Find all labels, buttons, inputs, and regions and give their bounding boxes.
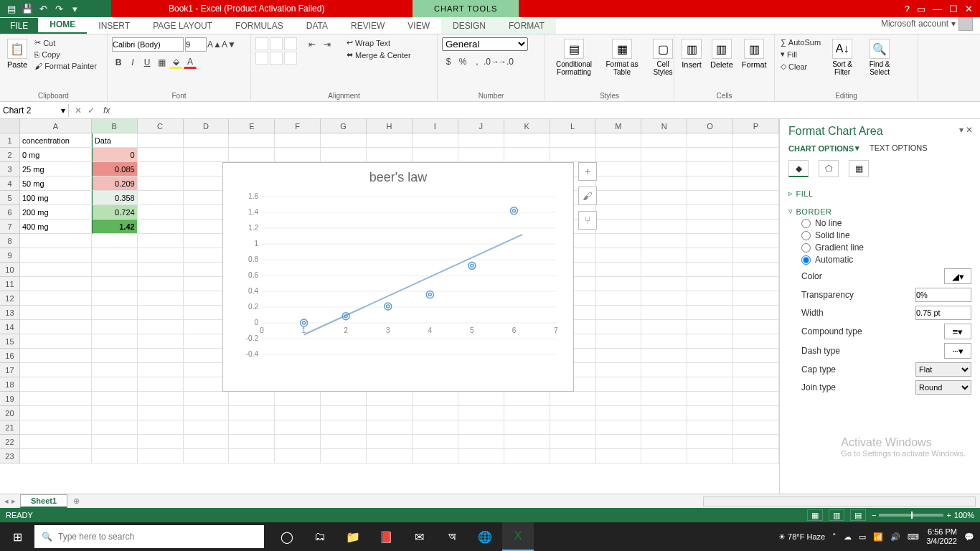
col-header[interactable]: K (504, 119, 550, 133)
col-header[interactable]: P (733, 119, 779, 133)
italic-button[interactable]: I (126, 56, 139, 69)
cell[interactable] (138, 420, 184, 435)
effects-icon[interactable]: ⬠ (819, 160, 839, 177)
wifi-icon[interactable]: 📶 (873, 532, 883, 542)
cell[interactable] (20, 291, 92, 306)
cell[interactable] (138, 220, 184, 234)
border-button[interactable]: ▦ (155, 56, 168, 69)
radio-gradient-line[interactable]: Gradient line (801, 242, 971, 253)
tab-home[interactable]: HOME (38, 17, 87, 34)
horizontal-scrollbar[interactable] (703, 496, 976, 507)
cell[interactable] (733, 363, 779, 377)
cell[interactable] (596, 420, 642, 435)
cell[interactable] (413, 420, 458, 435)
cell[interactable] (733, 191, 779, 205)
cell[interactable] (458, 133, 504, 148)
cell[interactable] (413, 406, 458, 420)
taskbar-app[interactable]: 📁 (337, 522, 369, 551)
cell[interactable] (275, 148, 321, 162)
cell[interactable] (275, 133, 321, 148)
cell[interactable] (229, 392, 275, 406)
cell[interactable] (229, 435, 275, 449)
row-header[interactable]: 23 (0, 449, 20, 463)
tab-design[interactable]: DESIGN (441, 18, 497, 34)
cell[interactable] (367, 133, 413, 148)
cell[interactable] (641, 133, 687, 148)
taskbar-app[interactable]: অ (436, 522, 468, 551)
underline-button[interactable]: U (141, 56, 154, 69)
wrap-text-button[interactable]: ↩Wrap Text (345, 37, 413, 48)
cell[interactable] (687, 148, 733, 162)
cell[interactable] (138, 191, 184, 205)
cell[interactable]: 0 (92, 148, 138, 162)
cell[interactable] (458, 449, 504, 463)
row-header[interactable]: 20 (0, 406, 20, 420)
cell[interactable] (92, 449, 138, 463)
cell[interactable] (641, 248, 687, 263)
cell[interactable] (550, 420, 596, 435)
battery-icon[interactable]: ▭ (859, 532, 866, 542)
cell[interactable] (20, 349, 92, 363)
cell[interactable] (321, 449, 367, 463)
format-painter-button[interactable]: 🖌Format Painter (33, 61, 98, 71)
cell[interactable] (596, 248, 642, 263)
cell[interactable] (596, 205, 642, 220)
select-all-corner[interactable] (0, 119, 20, 133)
cell[interactable] (550, 392, 596, 406)
cell[interactable] (275, 406, 321, 420)
cell[interactable] (641, 205, 687, 220)
cell[interactable] (641, 263, 687, 277)
cell[interactable] (275, 435, 321, 449)
cell[interactable] (596, 320, 642, 334)
cell[interactable] (733, 306, 779, 320)
cell[interactable] (596, 263, 642, 277)
tab-formulas[interactable]: FORMULAS (224, 18, 295, 34)
tab-view[interactable]: VIEW (396, 18, 441, 34)
cell[interactable]: Data (92, 133, 138, 148)
cell[interactable] (596, 306, 642, 320)
cell[interactable] (733, 263, 779, 277)
cell[interactable]: 1.42 (92, 220, 138, 234)
row-header[interactable]: 11 (0, 277, 20, 291)
border-section-header[interactable]: ▿ BORDER (788, 207, 971, 216)
cell[interactable] (733, 162, 779, 176)
cell[interactable] (641, 220, 687, 234)
cell[interactable]: 25 mg (20, 162, 92, 176)
cell[interactable]: 0.358 (92, 191, 138, 205)
cell[interactable] (596, 406, 642, 420)
cell[interactable] (687, 191, 733, 205)
sheet-tab[interactable]: Sheet1 (20, 494, 67, 508)
cell[interactable] (504, 406, 550, 420)
cell[interactable] (687, 277, 733, 291)
col-header[interactable]: M (595, 119, 641, 133)
page-layout-button[interactable]: ▥ (829, 509, 844, 521)
cell[interactable] (687, 220, 733, 234)
font-color-button[interactable]: A (184, 56, 197, 69)
cell[interactable] (687, 420, 733, 435)
cell[interactable] (20, 449, 92, 463)
cell[interactable] (92, 349, 138, 363)
cell[interactable] (687, 133, 733, 148)
taskbar-app[interactable]: 🗂 (304, 522, 336, 551)
cell[interactable] (641, 334, 687, 349)
cell[interactable] (20, 234, 92, 248)
cell[interactable] (641, 277, 687, 291)
cell[interactable] (641, 392, 687, 406)
cell[interactable] (229, 406, 275, 420)
cell[interactable] (184, 435, 230, 449)
fill-button[interactable]: ▾Fill (779, 49, 822, 60)
radio-automatic[interactable]: Automatic (801, 255, 971, 265)
row-header[interactable]: 18 (0, 377, 20, 392)
cell[interactable] (184, 133, 230, 148)
cell[interactable] (229, 420, 275, 435)
cell[interactable] (138, 234, 184, 248)
row-header[interactable]: 5 (0, 191, 20, 205)
embedded-chart[interactable]: beer's law -0.4-0.200.20.40.60.811.21.41… (222, 162, 574, 392)
cell[interactable] (138, 148, 184, 162)
cell[interactable] (138, 176, 184, 191)
cell[interactable] (92, 291, 138, 306)
cell[interactable] (733, 392, 779, 406)
cell[interactable] (20, 320, 92, 334)
sort-filter-button[interactable]: A↓Sort & Filter (825, 37, 859, 77)
cell[interactable]: 0 mg (20, 148, 92, 162)
